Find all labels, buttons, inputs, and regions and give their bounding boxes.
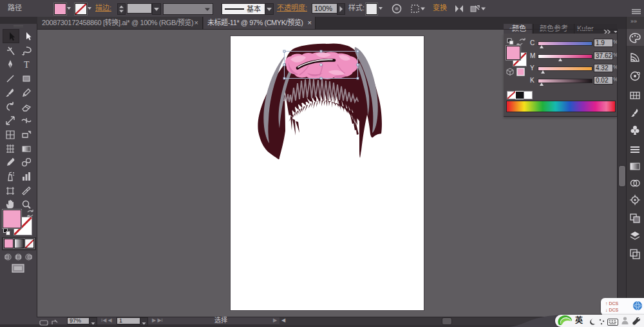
svg-text:基本: 基本 (247, 5, 261, 13)
svg-text:T: T (24, 60, 30, 70)
